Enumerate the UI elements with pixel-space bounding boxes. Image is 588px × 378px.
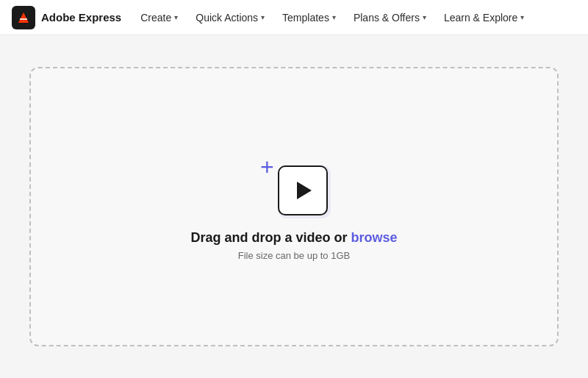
nav-label-create: Create [140,12,171,24]
nav-item-templates[interactable]: Templates ▾ [275,7,343,28]
chevron-down-icon: ▾ [261,13,265,21]
drop-title-static: Drag and drop a video or [190,230,351,245]
logo-area[interactable]: Adobe Express [12,6,121,29]
video-icon [278,165,328,215]
main-content: + Drag and drop a video or browse File s… [0,35,588,378]
drop-text-area: Drag and drop a video or browse File siz… [190,230,397,261]
drop-title: Drag and drop a video or browse [190,230,397,246]
play-triangle-icon [297,182,312,199]
adobe-express-logo-icon [12,6,35,29]
navbar: Adobe Express Create ▾ Quick Actions ▾ T… [0,0,588,35]
nav-label-quick-actions: Quick Actions [196,12,258,24]
logo-text: Adobe Express [41,11,121,24]
plus-icon: + [260,155,274,179]
upload-icon-area: + [257,152,331,218]
svg-rect-2 [20,18,27,20]
chevron-down-icon: ▾ [174,13,178,21]
video-drop-zone[interactable]: + Drag and drop a video or browse File s… [29,67,559,346]
nav-item-quick-actions[interactable]: Quick Actions ▾ [188,7,272,28]
chevron-down-icon: ▾ [332,13,336,21]
chevron-down-icon: ▾ [423,13,426,21]
nav-label-plans: Plans & Offers [354,12,420,24]
nav-item-create[interactable]: Create ▾ [133,7,185,28]
drop-subtitle: File size can be up to 1GB [190,250,397,261]
nav-label-learn: Learn & Explore [444,12,517,24]
nav-item-learn[interactable]: Learn & Explore ▾ [437,7,531,28]
chevron-down-icon: ▾ [520,13,524,21]
svg-marker-1 [18,13,29,23]
nav-label-templates: Templates [282,12,329,24]
nav-item-plans[interactable]: Plans & Offers ▾ [346,7,434,28]
browse-link[interactable]: browse [351,230,398,245]
